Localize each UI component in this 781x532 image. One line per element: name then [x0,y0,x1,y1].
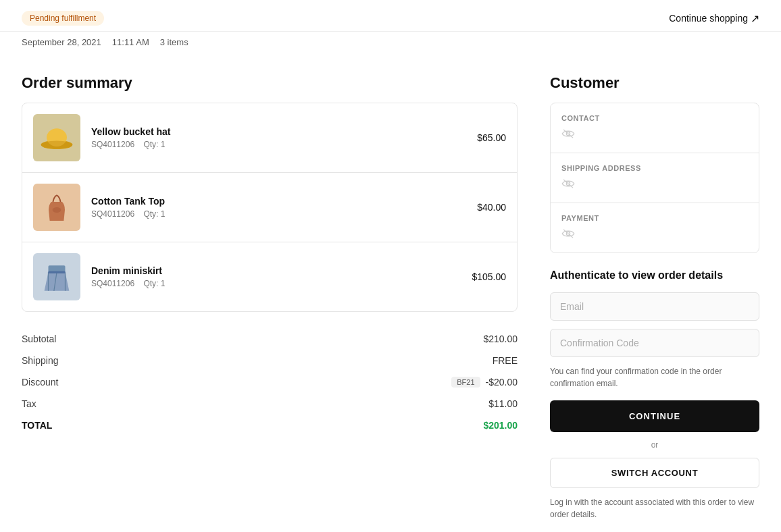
tax-label: Tax [22,398,36,409]
customer-shipping-section: SHIPPING ADDRESS [551,153,759,203]
discount-label: Discount [22,377,58,388]
customer-payment-section: PAYMENT [551,203,759,252]
item-price: $65.00 [477,132,506,143]
skirt-icon [40,260,74,294]
item-meta: SQ4011206 Qty: 1 [91,209,466,219]
switch-hint: Log in with the account associated with … [550,496,759,521]
email-input[interactable] [550,292,759,321]
item-image-bag [33,184,80,231]
item-meta: SQ4011206 Qty: 1 [91,279,461,288]
svg-rect-8 [49,271,66,273]
order-items-box: Yellow bucket hat SQ4011206 Qty: 1 $65.0… [22,103,518,312]
item-price: $105.00 [472,271,506,282]
switch-account-button[interactable]: SWITCH ACCOUNT [550,458,759,488]
item-name: Denim miniskirt [91,265,461,276]
order-items-count: 3 items [160,37,188,47]
bag-icon [43,190,70,224]
right-column: Customer CONTACT SHIPPING ADDRESS [550,74,759,521]
discount-value: -$20.00 [486,377,518,388]
subtotal-value: $210.00 [483,334,518,344]
item-details: Yellow bucket hat SQ4011206 Qty: 1 [91,126,466,149]
total-value: $201.00 [483,420,518,431]
customer-title: Customer [550,74,759,92]
svg-point-2 [41,141,73,149]
eye-slash-icon [561,228,575,241]
item-name: Cotton Tank Top [91,196,466,207]
customer-contact-section: CONTACT [551,103,759,153]
subtotal-row: Subtotal $210.00 [22,328,518,350]
auth-title: Authenticate to view order details [550,269,759,282]
discount-row: Discount BF21 -$20.00 [22,371,518,393]
item-image-hat [33,114,80,161]
order-item: Yellow bucket hat SQ4011206 Qty: 1 $65.0… [22,103,517,173]
or-divider: or [550,440,759,450]
shipping-value: FREE [493,355,518,366]
customer-card: CONTACT SHIPPING ADDRESS [550,103,759,253]
external-link-icon: ↗ [751,12,759,25]
item-sku: SQ4011206 [91,140,134,149]
top-bar: Pending fulfillment Continue shopping ↗ [0,0,781,32]
continue-shopping-label: Continue shopping [669,13,748,24]
total-row: TOTAL $201.00 [22,415,518,436]
order-date: September 28, 2021 [22,37,101,47]
item-price: $40.00 [477,202,506,213]
item-sku: SQ4011206 [91,209,134,219]
eye-slash-icon [561,128,575,141]
item-sku: SQ4011206 [91,279,134,288]
continue-button[interactable]: CONTINUE [550,400,759,432]
confirmation-code-input[interactable] [550,329,759,357]
item-qty: Qty: 1 [143,209,165,219]
left-column: Order summary Yellow bucket hat SQ401120… [22,74,518,521]
pending-badge: Pending fulfillment [22,11,104,26]
summary-rows: Subtotal $210.00 Shipping FREE Discount … [22,328,518,436]
item-details: Denim miniskirt SQ4011206 Qty: 1 [91,265,461,288]
item-details: Cotton Tank Top SQ4011206 Qty: 1 [91,196,466,219]
discount-code-badge: BF21 [451,377,480,388]
tax-row: Tax $11.00 [22,393,518,415]
contact-label: CONTACT [561,114,748,122]
subtotal-label: Subtotal [22,334,56,344]
eye-slash-icon [561,178,575,191]
order-item: Cotton Tank Top SQ4011206 Qty: 1 $40.00 [22,173,517,242]
tax-value: $11.00 [488,398,518,409]
order-item: Denim miniskirt SQ4011206 Qty: 1 $105.00 [22,242,517,311]
shipping-label: Shipping [22,355,59,366]
order-meta: September 28, 2021 11:11 AM 3 items [0,32,781,58]
shipping-address-label: SHIPPING ADDRESS [561,164,748,172]
item-qty: Qty: 1 [143,279,165,288]
payment-label: PAYMENT [561,214,748,222]
shipping-row: Shipping FREE [22,350,518,371]
auth-hint: You can find your confirmation code in t… [550,365,759,390]
svg-point-3 [53,207,61,213]
continue-shopping-link[interactable]: Continue shopping ↗ [669,12,759,25]
item-image-skirt [33,253,80,300]
main-content: Order summary Yellow bucket hat SQ401120… [0,58,781,532]
discount-right: BF21 -$20.00 [451,377,518,388]
order-time: 11:11 AM [112,37,149,47]
hat-icon [40,124,74,151]
item-meta: SQ4011206 Qty: 1 [91,140,466,149]
item-name: Yellow bucket hat [91,126,466,137]
total-label: TOTAL [22,420,52,431]
item-qty: Qty: 1 [143,140,165,149]
order-summary-title: Order summary [22,74,518,92]
